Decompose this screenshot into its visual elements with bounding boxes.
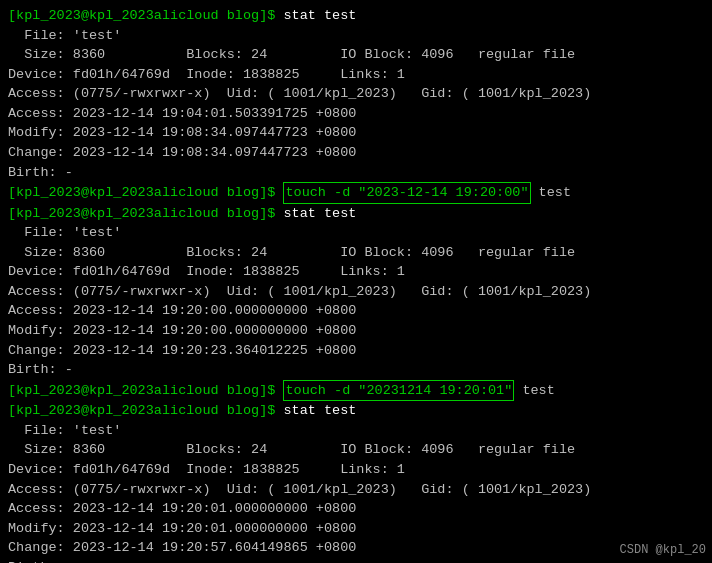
terminal-line: Change: 2023-12-14 19:20:57.604149865 +0… xyxy=(8,538,704,558)
terminal-line: Access: (0775/-rwxrwxr-x) Uid: ( 1001/kp… xyxy=(8,282,704,302)
terminal-line: File: 'test' xyxy=(8,421,704,441)
terminal-output: [kpl_2023@kpl_2023alicloud blog]$ stat t… xyxy=(8,6,704,563)
terminal-line: Device: fd01h/64769d Inode: 1838825 Link… xyxy=(8,65,704,85)
terminal-line: Birth: - xyxy=(8,558,704,563)
terminal-line: [kpl_2023@kpl_2023alicloud blog]$ stat t… xyxy=(8,204,704,224)
terminal-touch-line: [kpl_2023@kpl_2023alicloud blog]$ touch … xyxy=(8,182,704,204)
terminal-line: Device: fd01h/64769d Inode: 1838825 Link… xyxy=(8,262,704,282)
watermark: CSDN @kpl_20 xyxy=(620,542,706,559)
terminal-line: Birth: - xyxy=(8,360,704,380)
terminal-line: Modify: 2023-12-14 19:20:01.000000000 +0… xyxy=(8,519,704,539)
terminal-line: Size: 8360 Blocks: 24 IO Block: 4096 reg… xyxy=(8,440,704,460)
terminal-line: Birth: - xyxy=(8,163,704,183)
terminal-line: Size: 8360 Blocks: 24 IO Block: 4096 reg… xyxy=(8,243,704,263)
terminal-line: File: 'test' xyxy=(8,26,704,46)
terminal-touch-line: [kpl_2023@kpl_2023alicloud blog]$ touch … xyxy=(8,380,704,402)
terminal-window: [kpl_2023@kpl_2023alicloud blog]$ stat t… xyxy=(0,0,712,563)
terminal-line: [kpl_2023@kpl_2023alicloud blog]$ stat t… xyxy=(8,6,704,26)
terminal-access-line: Access: 2023-12-14 19:04:01.503391725 +0… xyxy=(8,104,704,124)
terminal-line: Size: 8360 Blocks: 24 IO Block: 4096 reg… xyxy=(8,45,704,65)
terminal-line: File: 'test' xyxy=(8,223,704,243)
terminal-line: Access: (0775/-rwxrwxr-x) Uid: ( 1001/kp… xyxy=(8,84,704,104)
terminal-line: Modify: 2023-12-14 19:08:34.097447723 +0… xyxy=(8,123,704,143)
terminal-access-line: Access: 2023-12-14 19:20:01.000000000 +0… xyxy=(8,499,704,519)
terminal-line: Access: (0775/-rwxrwxr-x) Uid: ( 1001/kp… xyxy=(8,480,704,500)
terminal-line: [kpl_2023@kpl_2023alicloud blog]$ stat t… xyxy=(8,401,704,421)
terminal-access-line: Access: 2023-12-14 19:20:00.000000000 +0… xyxy=(8,301,704,321)
terminal-line: Modify: 2023-12-14 19:20:00.000000000 +0… xyxy=(8,321,704,341)
terminal-line: Device: fd01h/64769d Inode: 1838825 Link… xyxy=(8,460,704,480)
terminal-line: Change: 2023-12-14 19:20:23.364012225 +0… xyxy=(8,341,704,361)
terminal-line: Change: 2023-12-14 19:08:34.097447723 +0… xyxy=(8,143,704,163)
